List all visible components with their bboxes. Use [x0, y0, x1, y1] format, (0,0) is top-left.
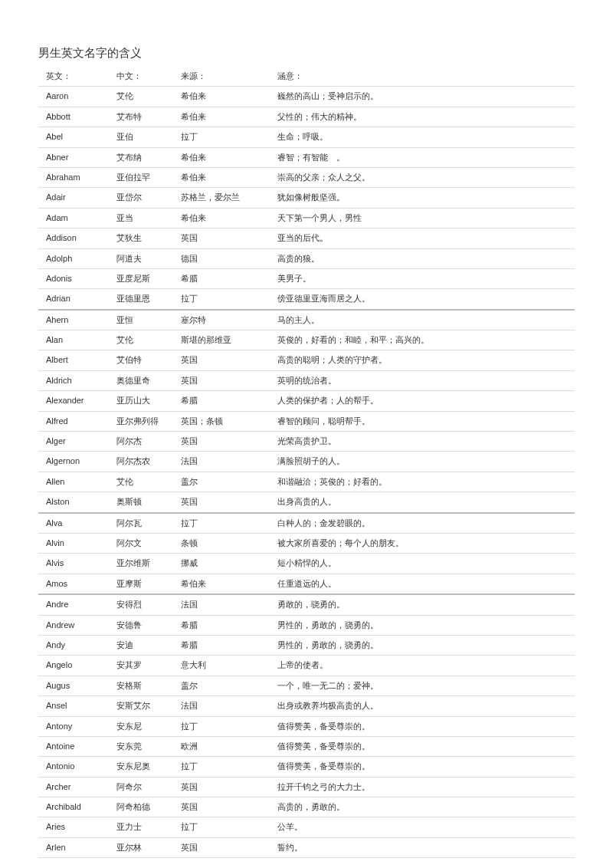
cell-english: Antonio — [38, 757, 113, 777]
cell-english: Abbott — [38, 107, 113, 127]
cell-english: Abraham — [38, 167, 113, 187]
cell-chinese: 安其罗 — [113, 656, 178, 676]
cell-chinese: 安东莞 — [113, 736, 178, 756]
cell-meaning: 人类的保护者；人的帮手。 — [274, 391, 575, 411]
cell-english: Archer — [38, 777, 113, 797]
cell-chinese: 艾布特 — [113, 107, 178, 127]
cell-origin: 意大利 — [178, 656, 274, 676]
cell-origin: 英国 — [178, 350, 274, 370]
cell-origin: 条顿 — [178, 533, 274, 553]
table-row: Allen艾伦盖尔和谐融洽；英俊的；好看的。 — [38, 472, 575, 492]
cell-meaning: 出身或教养均极高贵的人。 — [274, 696, 575, 716]
cell-english: Ahern — [38, 310, 113, 330]
cell-english: Aaron — [38, 87, 113, 107]
cell-english: Amos — [38, 574, 113, 594]
cell-meaning: 英明的统治者。 — [274, 370, 575, 390]
cell-meaning: 父性的；伟大的精神。 — [274, 107, 575, 127]
cell-origin: 斯堪的那维亚 — [178, 330, 274, 350]
cell-origin: 英国 — [178, 837, 274, 857]
page-title: 男生英文名字的含义 — [38, 46, 575, 61]
cell-meaning: 美男子。 — [274, 268, 575, 288]
cell-chinese: 亚摩斯 — [113, 574, 178, 594]
cell-english: Alger — [38, 432, 113, 452]
cell-origin: 英国 — [178, 370, 274, 390]
cell-chinese: 亚力士 — [113, 817, 178, 837]
header-english: 英文： — [38, 67, 113, 87]
table-row: Addison艾狄生英国亚当的后代。 — [38, 229, 575, 248]
cell-origin: 法国 — [178, 452, 274, 472]
cell-meaning: 男性的，勇敢的，骁勇的。 — [274, 615, 575, 635]
table-row: Abner艾布纳希伯来睿智；有智能 。 — [38, 147, 575, 167]
cell-meaning: 被大家所喜爱的；每个人的朋友。 — [274, 533, 575, 553]
cell-origin: 法国 — [178, 594, 274, 615]
cell-chinese: 亚度尼斯 — [113, 268, 178, 288]
cell-english: Algernon — [38, 452, 113, 472]
cell-meaning: 公羊。 — [274, 817, 575, 837]
table-row: Aldrich奥德里奇英国英明的统治者。 — [38, 370, 575, 390]
cell-chinese: 安东尼奥 — [113, 757, 178, 777]
table-row: Albert艾伯特英国高贵的聪明；人类的守护者。 — [38, 350, 575, 370]
table-row: Augus安格斯盖尔一个，唯一无二的；爱神。 — [38, 676, 575, 695]
cell-meaning: 满脸照胡子的人。 — [274, 452, 575, 472]
table-row: Adolph阿道夫德国高贵的狼。 — [38, 248, 575, 268]
cell-chinese: 亚尔维斯 — [113, 554, 178, 574]
cell-meaning: 傍亚德里亚海而居之人。 — [274, 289, 575, 310]
cell-origin: 希腊 — [178, 391, 274, 411]
cell-origin: 希伯来 — [178, 208, 274, 228]
cell-chinese: 奥德里奇 — [113, 370, 178, 390]
cell-meaning: 出身高贵的人。 — [274, 492, 575, 513]
table-row: Alan艾伦斯堪的那维亚英俊的，好看的；和睦，和平；高兴的。 — [38, 330, 575, 350]
cell-origin: 希伯来 — [178, 107, 274, 127]
cell-origin: 拉丁 — [178, 757, 274, 777]
cell-meaning: 英俊的，好看的；和睦，和平；高兴的。 — [274, 330, 575, 350]
cell-english: Alston — [38, 492, 113, 513]
cell-meaning: 拉开千钧之弓的大力士。 — [274, 777, 575, 797]
cell-english: Alvin — [38, 533, 113, 553]
cell-chinese: 阿奇柏德 — [113, 797, 178, 817]
cell-meaning: 誓约。 — [274, 837, 575, 857]
cell-chinese: 亚历山大 — [113, 391, 178, 411]
cell-english: Adam — [38, 208, 113, 228]
cell-meaning: 马的主人。 — [274, 310, 575, 330]
cell-origin: 希腊 — [178, 635, 274, 655]
cell-chinese: 阿尔文 — [113, 533, 178, 553]
cell-english: Abel — [38, 127, 113, 147]
cell-origin: 希伯来 — [178, 167, 274, 187]
table-row: Alvis亚尔维斯挪威短小精悍的人。 — [38, 554, 575, 574]
cell-meaning: 上帝的使者。 — [274, 656, 575, 676]
cell-chinese: 阿奇尔 — [113, 777, 178, 797]
cell-chinese: 安德鲁 — [113, 615, 178, 635]
table-row: Andy安迪希腊男性的，勇敢的，骁勇的。 — [38, 635, 575, 655]
table-row: Amos亚摩斯希伯来任重道远的人。 — [38, 574, 575, 594]
cell-english: Andrew — [38, 615, 113, 635]
cell-english: Aldrich — [38, 370, 113, 390]
table-row: Adair亚岱尔苏格兰，爱尔兰犹如像树般坚强。 — [38, 188, 575, 208]
table-row: Alva阿尔瓦拉丁白种人的；金发碧眼的。 — [38, 513, 575, 534]
cell-chinese: 亚德里恩 — [113, 289, 178, 310]
cell-english: Allen — [38, 472, 113, 492]
cell-chinese: 安格斯 — [113, 676, 178, 695]
cell-meaning: 崇高的父亲；众人之父。 — [274, 167, 575, 187]
cell-meaning: 犹如像树般坚强。 — [274, 188, 575, 208]
cell-origin: 盖尔 — [178, 472, 274, 492]
table-row: Angelo安其罗意大利上帝的使者。 — [38, 656, 575, 676]
cell-origin: 希腊 — [178, 615, 274, 635]
cell-origin: 拉丁 — [178, 716, 274, 736]
cell-chinese: 阿尔杰 — [113, 432, 178, 452]
cell-meaning: 值得赞美，备受尊崇的。 — [274, 736, 575, 756]
cell-english: Alvis — [38, 554, 113, 574]
cell-chinese: 安斯艾尔 — [113, 696, 178, 716]
table-row: Andrew安德鲁希腊男性的，勇敢的，骁勇的。 — [38, 615, 575, 635]
table-row: Alston奥斯顿英国出身高贵的人。 — [38, 492, 575, 513]
cell-meaning: 巍然的高山；受神启示的。 — [274, 87, 575, 107]
cell-english: Alva — [38, 513, 113, 534]
cell-chinese: 艾伦 — [113, 87, 178, 107]
cell-meaning: 睿智；有智能 。 — [274, 147, 575, 167]
table-row: Antoine安东莞欧洲值得赞美，备受尊崇的。 — [38, 736, 575, 756]
table-row: Abbott艾布特希伯来父性的；伟大的精神。 — [38, 107, 575, 127]
cell-chinese: 阿尔杰农 — [113, 452, 178, 472]
cell-meaning: 值得赞美，备受尊崇的。 — [274, 716, 575, 736]
cell-english: Archibald — [38, 797, 113, 817]
cell-chinese: 艾狄生 — [113, 229, 178, 248]
names-table: 英文： 中文： 来源： 涵意： Aaron艾伦希伯来巍然的高山；受神启示的。Ab… — [38, 67, 575, 858]
